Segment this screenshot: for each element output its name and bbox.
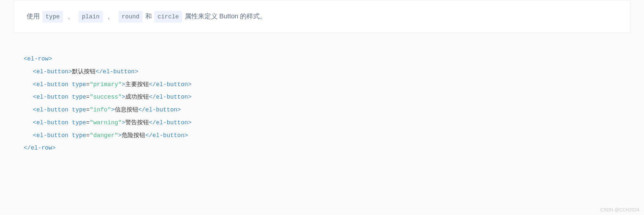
code-line-row-close: </el-row> <box>24 142 620 155</box>
separator: 、 <box>67 12 74 20</box>
tag-close-bracket: > <box>122 81 125 88</box>
tag-name: el-row <box>27 56 49 62</box>
code-block: <el-row> <el-button>默认按钮</el-button><el-… <box>0 46 644 161</box>
tag-close-bracket: > <box>118 132 122 139</box>
tag-close-bracket: > <box>184 132 188 139</box>
tag-name: el-button <box>156 94 188 100</box>
attr-eq: = <box>86 81 90 88</box>
tag-open-bracket: </ <box>24 145 31 151</box>
code-type: type <box>42 11 63 23</box>
description-text: 使用 type 、 plain 、 round 和 circle 属性来定义 B… <box>27 10 617 23</box>
tag-close-bracket: > <box>188 119 192 126</box>
code-line-button: <el-button type="warning">警告按钮</el-butto… <box>24 116 620 129</box>
desc-prefix: 使用 <box>27 12 40 20</box>
tag-text: 默认按钮 <box>72 68 96 75</box>
tag-open-bracket: </ <box>149 119 156 126</box>
attr-name: type <box>72 132 86 139</box>
tag-text: 危险按钮 <box>122 132 145 139</box>
tag-text: 信息按钮 <box>115 107 138 113</box>
attr-eq: = <box>86 107 90 113</box>
tag-open-bracket: < <box>33 81 36 88</box>
tag-close-bracket: > <box>122 119 125 126</box>
tag-close-bracket: > <box>122 94 125 100</box>
tag-name: el-button <box>36 68 68 75</box>
tag-open-bracket: < <box>33 132 36 139</box>
desc-suffix: 属性来定义 Button 的样式。 <box>185 12 267 20</box>
tag-open-bracket: < <box>33 119 36 126</box>
desc-and: 和 <box>145 12 152 20</box>
tag-name: el-button <box>156 119 188 126</box>
attr-name: type <box>72 94 86 100</box>
tag-name: el-button <box>36 132 68 139</box>
code-plain: plain <box>79 11 103 23</box>
tag-open-bracket: < <box>33 107 36 113</box>
attr-value: "danger" <box>90 132 118 139</box>
attr-name: type <box>72 81 86 88</box>
tag-open-bracket: < <box>24 56 27 62</box>
tag-name: el-button <box>153 132 184 139</box>
tag-open-bracket: </ <box>138 107 146 113</box>
tag-close-bracket: > <box>135 68 138 75</box>
tag-close-bracket: > <box>52 145 56 151</box>
attr-value: "primary" <box>90 81 122 88</box>
code-line-button: <el-button type="info">信息按钮</el-button> <box>24 104 620 116</box>
tag-open-bracket: < <box>33 68 36 75</box>
tag-name: el-button <box>36 107 68 113</box>
tag-close-bracket: > <box>111 107 115 113</box>
code-round: round <box>118 11 143 23</box>
code-line-button: <el-button type="primary">主要按钮</el-butto… <box>24 78 620 91</box>
separator: 、 <box>107 12 114 20</box>
code-line-row-open: <el-row> <box>24 53 620 65</box>
tag-name: el-button <box>36 119 68 126</box>
code-line-button: <el-button type="danger">危险按钮</el-button… <box>24 129 620 142</box>
code-line-button: <el-button type="success">成功按钮</el-butto… <box>24 91 620 104</box>
attr-name: type <box>72 107 86 113</box>
tag-text: 成功按钮 <box>125 94 149 100</box>
attr-name: type <box>72 119 86 126</box>
tag-name: el-button <box>145 107 177 113</box>
tag-close-bracket: > <box>177 107 181 113</box>
code-circle: circle <box>154 11 182 23</box>
tag-name: el-button <box>36 94 68 100</box>
code-line-button: <el-button>默认按钮</el-button> <box>24 65 620 78</box>
description-box: 使用 type 、 plain 、 round 和 circle 属性来定义 B… <box>13 0 631 33</box>
tag-open-bracket: < <box>33 94 36 100</box>
attr-eq: = <box>86 94 90 100</box>
tag-close-bracket: > <box>68 68 72 75</box>
tag-open-bracket: </ <box>149 81 156 88</box>
attr-value: "success" <box>90 94 122 100</box>
tag-name: el-button <box>103 68 134 75</box>
tag-name: el-button <box>36 81 68 88</box>
tag-close-bracket: > <box>49 56 52 62</box>
attr-value: "warning" <box>90 119 122 126</box>
tag-close-bracket: > <box>188 94 192 100</box>
tag-text: 警告按钮 <box>125 119 149 126</box>
attr-eq: = <box>86 132 90 139</box>
attr-eq: = <box>86 119 90 126</box>
tag-name: el-row <box>31 145 52 151</box>
tag-open-bracket: </ <box>149 94 156 100</box>
tag-close-bracket: > <box>188 81 192 88</box>
attr-value: "info" <box>90 107 111 113</box>
tag-open-bracket: </ <box>96 68 103 75</box>
tag-text: 主要按钮 <box>125 81 149 88</box>
tag-open-bracket: </ <box>145 132 153 139</box>
tag-name: el-button <box>156 81 188 88</box>
